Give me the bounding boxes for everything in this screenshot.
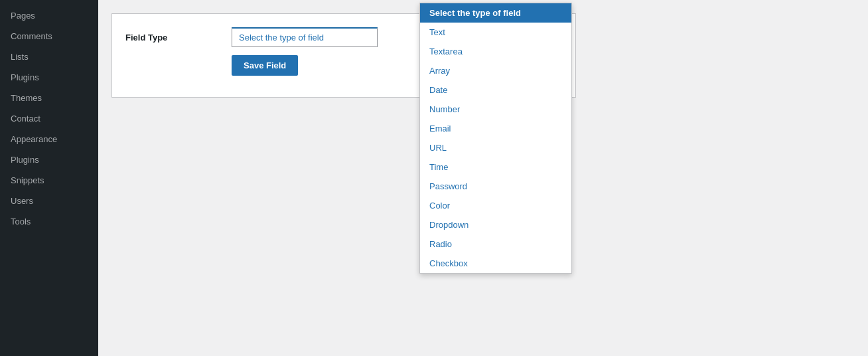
sidebar-item-snippets[interactable]: Snippets <box>0 170 98 191</box>
dropdown-option-textarea[interactable]: Textarea <box>420 42 571 61</box>
dropdown-option-checkbox[interactable]: Checkbox <box>420 254 571 273</box>
sidebar-item-themes[interactable]: Themes <box>0 88 98 108</box>
field-type-label: Field Type <box>125 33 232 43</box>
field-type-select[interactable]: Select the type of field <box>232 27 378 47</box>
dropdown-option-array[interactable]: Array <box>420 61 571 80</box>
dropdown-option-dropdown[interactable]: Dropdown <box>420 215 571 234</box>
sidebar-item-appearance[interactable]: Appearance <box>0 129 98 149</box>
main-content: Field Type Select the type of field Save… <box>98 0 868 356</box>
save-field-button[interactable]: Save Field <box>232 55 298 76</box>
field-type-dropdown: Select the type of field Text Textarea A… <box>419 3 572 274</box>
dropdown-option-color[interactable]: Color <box>420 196 571 215</box>
dropdown-option-url[interactable]: URL <box>420 138 571 157</box>
dropdown-option-number[interactable]: Number <box>420 100 571 119</box>
sidebar-item-users[interactable]: Users <box>0 191 98 211</box>
sidebar-item-tools[interactable]: Tools <box>0 211 98 232</box>
field-type-container: Select the type of field <box>232 27 378 47</box>
sidebar-item-plugins2[interactable]: Plugins <box>0 149 98 170</box>
dropdown-option-text[interactable]: Text <box>420 23 571 42</box>
dropdown-header[interactable]: Select the type of field <box>420 3 571 23</box>
sidebar: Pages Comments Lists Plugins Themes Cont… <box>0 0 98 356</box>
sidebar-item-lists[interactable]: Lists <box>0 46 98 67</box>
sidebar-item-plugins[interactable]: Plugins <box>0 67 98 88</box>
sidebar-item-comments[interactable]: Comments <box>0 26 98 46</box>
dropdown-option-date[interactable]: Date <box>420 80 571 100</box>
dropdown-option-radio[interactable]: Radio <box>420 234 571 254</box>
dropdown-option-email[interactable]: Email <box>420 119 571 138</box>
sidebar-item-contact[interactable]: Contact <box>0 108 98 129</box>
dropdown-option-password[interactable]: Password <box>420 177 571 196</box>
sidebar-item-pages[interactable]: Pages <box>0 5 98 26</box>
dropdown-option-time[interactable]: Time <box>420 157 571 177</box>
